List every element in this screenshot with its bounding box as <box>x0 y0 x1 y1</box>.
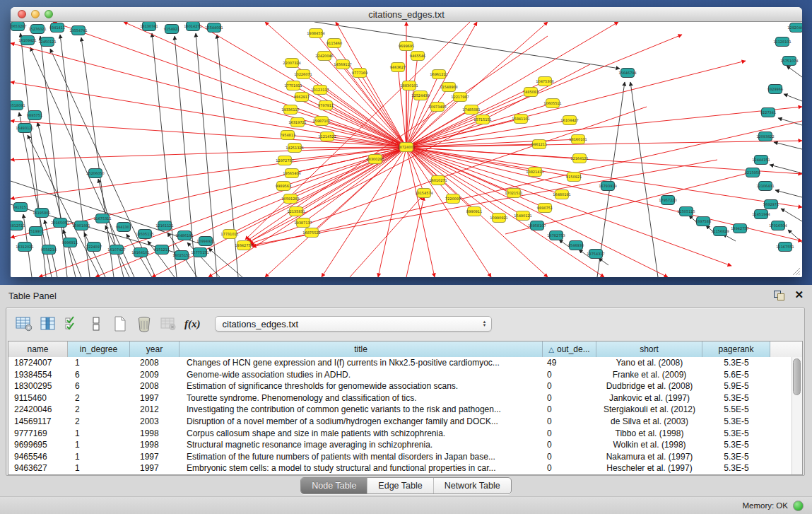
table-row[interactable]: 1830029562008Estimation of significance … <box>8 380 802 392</box>
graph-node[interactable]: 13754317 <box>587 250 604 259</box>
graph-node[interactable]: 16312021 <box>16 243 33 252</box>
graph-node[interactable]: 9890751 <box>537 204 553 213</box>
graph-node[interactable]: 9989563 <box>276 182 291 191</box>
graph-node[interactable]: 9699695 <box>399 42 414 51</box>
graph-node[interactable]: 19387137 <box>294 218 312 228</box>
graph-node[interactable]: 17957223 <box>659 196 676 205</box>
graph-node[interactable]: 15987101 <box>312 117 330 126</box>
graph-node[interactable]: 16107427 <box>107 245 125 255</box>
graph-node[interactable]: 13505115 <box>136 230 153 239</box>
graph-node[interactable]: 9862917 <box>294 93 310 102</box>
column-header-name[interactable]: name <box>8 341 68 357</box>
graph-node[interactable]: 7485083 <box>523 88 539 97</box>
graph-node[interactable]: 9558214 <box>41 245 57 255</box>
graph-node[interactable]: 12505115 <box>677 207 695 216</box>
graph-node[interactable]: 9465546 <box>410 52 425 61</box>
graph-node[interactable]: 15490121 <box>514 211 531 221</box>
graph-node[interactable]: 9463627 <box>390 63 406 72</box>
graph-node[interactable]: 14569117 <box>334 60 351 69</box>
graph-node[interactable]: 15901891 <box>72 221 90 230</box>
scrollbar-thumb[interactable] <box>793 358 801 395</box>
tab-edge-table[interactable]: Edge Table <box>367 478 433 493</box>
graph-node[interactable]: 10994921 <box>196 237 214 246</box>
graph-node[interactable]: 11128101 <box>773 37 791 47</box>
table-row[interactable]: 1456911722003Disruption of a novel membe… <box>8 416 802 428</box>
graph-node[interactable]: 13942757 <box>731 224 748 233</box>
graph-node[interactable]: 12135831 <box>287 207 305 216</box>
graph-node[interactable]: 19336117 <box>281 105 299 115</box>
graph-node[interactable]: 15751074 <box>780 57 798 66</box>
graph-node[interactable]: 17485081 <box>462 105 480 115</box>
graph-node[interactable]: 9397588 <box>695 217 711 226</box>
graph-node[interactable]: 12217987 <box>451 93 469 102</box>
graph-node[interactable]: 12972757 <box>276 156 293 165</box>
graph-node[interactable]: 10591283 <box>281 194 299 204</box>
graph-node[interactable]: 9341411 <box>49 23 65 33</box>
graph-node[interactable]: 13821411 <box>526 168 543 177</box>
graph-node[interactable]: 11548908 <box>440 83 457 92</box>
show-columns-icon[interactable] <box>37 314 59 334</box>
graph-node[interactable]: 12450121 <box>38 37 56 47</box>
graph-node[interactable]: 16104427 <box>560 116 578 125</box>
graph-node[interactable]: 17731011 <box>220 230 238 239</box>
graph-node[interactable]: 12106431 <box>756 182 774 191</box>
graph-node[interactable]: 16195801 <box>33 209 50 218</box>
table-options-icon[interactable] <box>13 314 35 334</box>
graph-node[interactable]: 9329966 <box>767 85 783 94</box>
graph-node[interactable]: 22007324 <box>283 59 300 68</box>
close-panel-button[interactable]: ✕ <box>794 288 804 301</box>
graph-node[interactable]: 18830101 <box>400 81 418 90</box>
graph-node[interactable]: 15493121 <box>16 124 33 133</box>
column-check-icon[interactable] <box>61 314 83 334</box>
graph-node[interactable]: 22420046 <box>315 52 333 61</box>
graph-node[interactable]: 16480191 <box>553 190 570 199</box>
function-builder-icon[interactable]: f(x) <box>184 318 201 330</box>
graph-node[interactable]: 9150921 <box>566 173 582 182</box>
table-row[interactable]: 1872400712008Changes of HCN gene express… <box>8 357 802 369</box>
graph-node[interactable]: 8215958 <box>745 168 760 177</box>
graph-node[interactable]: 9777169 <box>352 69 367 78</box>
graph-node[interactable]: 12812511 <box>11 221 25 230</box>
graph-node[interactable]: 7519901 <box>28 227 44 236</box>
graph-node[interactable]: 19342757 <box>235 241 252 250</box>
graph-node[interactable]: 18130741 <box>140 22 158 31</box>
table-selector-dropdown[interactable]: citations_edges.txt ▲▼ <box>215 316 492 332</box>
graph-node[interactable]: 12524439 <box>411 91 429 100</box>
graph-node[interactable]: 11675311 <box>93 214 111 223</box>
graph-node[interactable]: 16109421 <box>18 36 36 45</box>
close-window-button[interactable] <box>18 10 26 18</box>
float-panel-button[interactable] <box>774 291 785 300</box>
minimize-window-button[interactable] <box>31 10 40 18</box>
graph-node[interactable]: 16958107 <box>528 221 546 230</box>
graph-node[interactable]: 10605511 <box>543 99 561 108</box>
graph-node[interactable]: 20165051 <box>51 218 69 228</box>
graph-node[interactable]: 19565404 <box>283 169 300 178</box>
table-row[interactable]: 1938455462009Genome-wide association stu… <box>8 369 802 381</box>
graph-node[interactable]: 13226071 <box>294 70 312 79</box>
graph-node[interactable]: 9913151 <box>13 203 28 212</box>
graph-node[interactable]: 18164101 <box>131 248 149 257</box>
graph-node[interactable]: 17021511 <box>505 189 522 198</box>
graph-node[interactable]: 20518091 <box>11 101 25 110</box>
graph-node[interactable]: 9115460 <box>326 39 342 48</box>
graph-node[interactable]: 9154921 <box>164 25 180 34</box>
column-header-pagerank[interactable]: pagerank <box>702 341 770 357</box>
graph-node[interactable]: 7954813 <box>280 131 295 140</box>
graph-node[interactable]: 9461211 <box>531 140 547 149</box>
graph-node[interactable]: 16319721 <box>288 118 306 127</box>
table-row[interactable]: 977716911998Corpus callosum shape and si… <box>8 428 802 440</box>
create-table-icon[interactable] <box>110 314 131 334</box>
table-row[interactable]: 946554611997Estimation of the future num… <box>8 451 802 463</box>
graph-node[interactable]: 16875521 <box>302 228 320 238</box>
window-titlebar[interactable]: citations_edges.txt <box>11 7 802 22</box>
column-header-short[interactable]: short <box>596 341 702 357</box>
graph-node[interactable]: 16782753 <box>547 231 565 240</box>
graph-node[interactable]: 13554741 <box>69 26 87 35</box>
graph-node[interactable]: 15775151 <box>191 248 208 257</box>
graph-node[interactable]: 11156829 <box>711 227 729 236</box>
graph-node[interactable]: 7224097 <box>86 243 102 252</box>
graph-node[interactable]: 13154574 <box>415 189 433 198</box>
graph-node[interactable]: 10475308 <box>536 77 553 86</box>
graph-node[interactable]: 10990921 <box>490 214 507 223</box>
delete-table-icon[interactable] <box>134 314 155 334</box>
